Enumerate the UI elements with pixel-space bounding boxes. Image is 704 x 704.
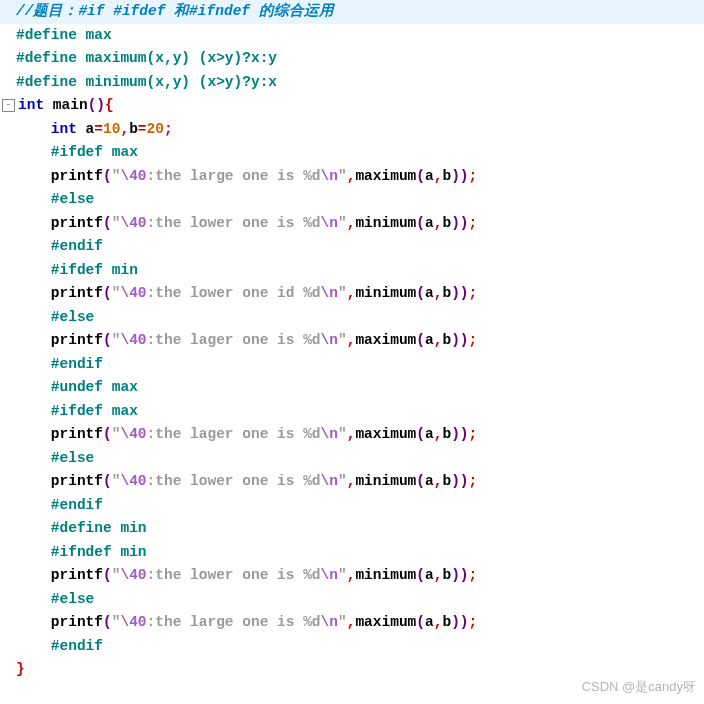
code-line: printf("\40:the large one is %d\n",maxim… xyxy=(0,611,704,635)
code-line: #ifdef min xyxy=(0,259,704,283)
code-line: #endif xyxy=(0,494,704,518)
code-line: #endif xyxy=(0,235,704,259)
code-line: #define maximum(x,y) (x>y)?x:y xyxy=(0,47,704,71)
code-line: #else xyxy=(0,306,704,330)
code-line: #endif xyxy=(0,353,704,377)
code-line: #else xyxy=(0,588,704,612)
code-line: printf("\40:the lager one is %d\n",maxim… xyxy=(0,423,704,447)
code-line: #else xyxy=(0,188,704,212)
fold-icon[interactable]: - xyxy=(2,99,15,112)
code-line: printf("\40:the lower one is %d\n",minim… xyxy=(0,470,704,494)
code-line: printf("\40:the large one is %d\n",maxim… xyxy=(0,165,704,189)
code-editor: //题目：#if #ifdef 和#ifndef 的综合运用 #define m… xyxy=(0,0,704,682)
code-line: #ifdef max xyxy=(0,141,704,165)
code-line: #define min xyxy=(0,517,704,541)
code-line: #define max xyxy=(0,24,704,48)
code-line: //题目：#if #ifdef 和#ifndef 的综合运用 xyxy=(0,0,704,24)
code-line: -int main(){ xyxy=(0,94,704,118)
code-line: #undef max xyxy=(0,376,704,400)
comment-text: //题目：#if #ifdef 和#ifndef 的综合运用 xyxy=(16,3,334,19)
code-line: int a=10,b=20; xyxy=(0,118,704,142)
code-line: #endif xyxy=(0,635,704,659)
code-line: printf("\40:the lower one is %d\n",minim… xyxy=(0,564,704,588)
code-line: #else xyxy=(0,447,704,471)
code-line: printf("\40:the lower one is %d\n",minim… xyxy=(0,212,704,236)
code-line: printf("\40:the lower one id %d\n",minim… xyxy=(0,282,704,306)
code-line: #ifndef min xyxy=(0,541,704,565)
code-line: #define minimum(x,y) (x>y)?y:x xyxy=(0,71,704,95)
watermark: CSDN @是candy呀 xyxy=(582,675,696,682)
code-line: #ifdef max xyxy=(0,400,704,424)
code-line: printf("\40:the lager one is %d\n",maxim… xyxy=(0,329,704,353)
